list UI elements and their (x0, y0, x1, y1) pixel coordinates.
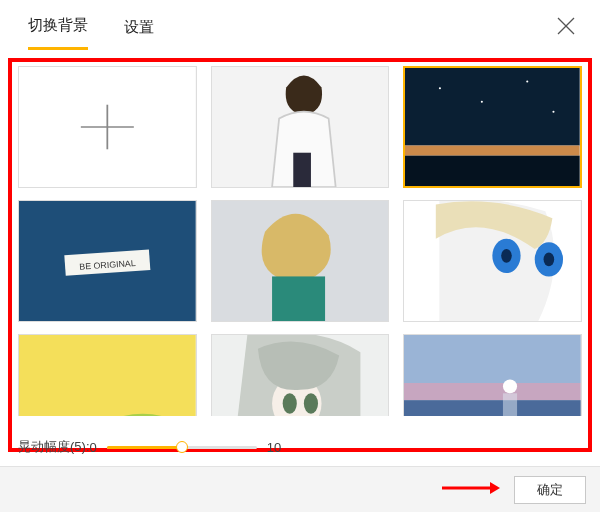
dialog-header: 切换背景 设置 (0, 0, 600, 52)
svg-point-24 (501, 249, 512, 263)
night-sky-horizon-icon (405, 68, 580, 186)
svg-point-14 (553, 111, 555, 113)
svg-rect-26 (19, 335, 196, 416)
close-button[interactable] (554, 14, 578, 38)
woman-white-shirt-icon (212, 67, 389, 187)
svg-rect-34 (404, 383, 581, 400)
slider-thumb[interactable] (176, 441, 188, 453)
slider-min-label: 0 (90, 440, 97, 455)
add-new-icon (19, 67, 196, 187)
svg-rect-33 (404, 335, 581, 383)
svg-rect-7 (293, 153, 311, 187)
tab-settings[interactable]: 设置 (124, 4, 154, 49)
svg-rect-9 (405, 146, 580, 156)
svg-rect-20 (272, 276, 325, 321)
annotation-arrow (440, 478, 500, 498)
close-icon (554, 14, 578, 38)
svg-point-32 (304, 393, 318, 414)
thumbnail-scroll-area: BE ORIGINAL (18, 66, 582, 416)
be-original-blue-icon: BE ORIGINAL (19, 201, 196, 321)
svg-point-31 (282, 393, 296, 414)
svg-rect-10 (405, 156, 580, 186)
thumbnail-add-new[interactable] (18, 66, 197, 188)
svg-point-12 (481, 101, 483, 103)
anime-blue-eyes-icon (404, 201, 581, 321)
thumbnail-woman-white-shirt[interactable] (211, 66, 390, 188)
thumbnail-night-sky-horizon[interactable] (403, 66, 582, 188)
moon-over-sea-icon (404, 335, 581, 416)
slider-label: 晃动幅度(5): (18, 438, 90, 456)
background-switch-dialog: 切换背景 设置 BE ORIGINAL 晃动幅度(5): 0 10 确定 (0, 0, 600, 512)
svg-rect-35 (404, 400, 581, 416)
svg-marker-39 (490, 482, 500, 494)
blonde-woman-icon (212, 201, 389, 321)
svg-point-11 (439, 87, 441, 89)
thumbnail-be-original-blue[interactable]: BE ORIGINAL (18, 200, 197, 322)
thumbnail-yellow-avocado[interactable] (18, 334, 197, 416)
slider-fill (107, 446, 182, 449)
ok-button[interactable]: 确定 (514, 476, 586, 504)
svg-rect-37 (503, 393, 517, 416)
tab-switch-background[interactable]: 切换背景 (28, 2, 88, 50)
slider-max-label: 10 (267, 440, 281, 455)
thumbnail-blonde-woman[interactable] (211, 200, 390, 322)
thumbnail-moon-over-sea[interactable] (403, 334, 582, 416)
svg-point-36 (503, 380, 517, 394)
thumbnail-anime-grey-hair[interactable] (211, 334, 390, 416)
amplitude-slider[interactable] (107, 440, 257, 454)
yellow-avocado-icon (19, 335, 196, 416)
shake-amplitude-row: 晃动幅度(5): 0 10 (18, 438, 281, 456)
anime-grey-hair-icon (212, 335, 389, 416)
svg-point-13 (527, 80, 529, 82)
thumbnail-anime-blue-eyes[interactable] (403, 200, 582, 322)
svg-rect-8 (405, 68, 580, 146)
dialog-footer: 确定 (0, 466, 600, 512)
svg-point-25 (544, 252, 555, 266)
thumbnail-grid: BE ORIGINAL (18, 66, 582, 416)
